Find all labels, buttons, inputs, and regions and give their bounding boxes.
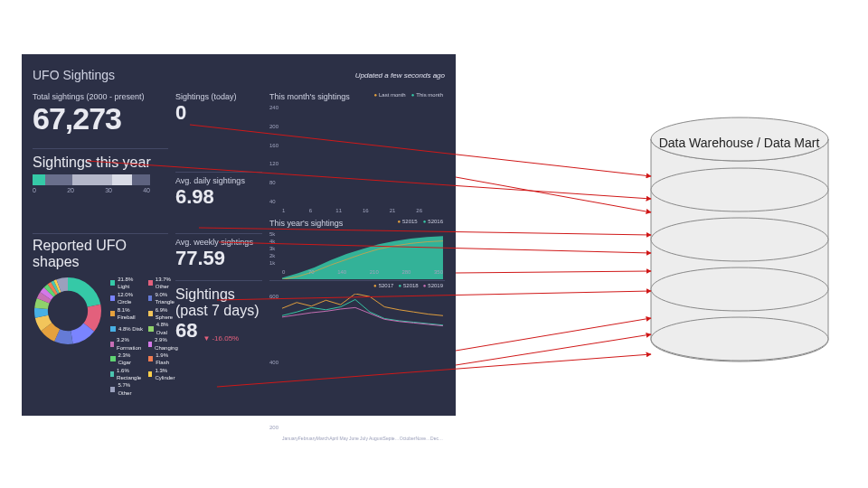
svg-point-17 (651, 218, 828, 261)
svg-point-18 (651, 267, 828, 311)
svg-point-19 (651, 317, 828, 361)
svg-point-16 (651, 168, 828, 211)
cylinder-label: Data Warehouse / Data Mart (651, 136, 827, 150)
data-warehouse-cylinder (0, 0, 868, 488)
